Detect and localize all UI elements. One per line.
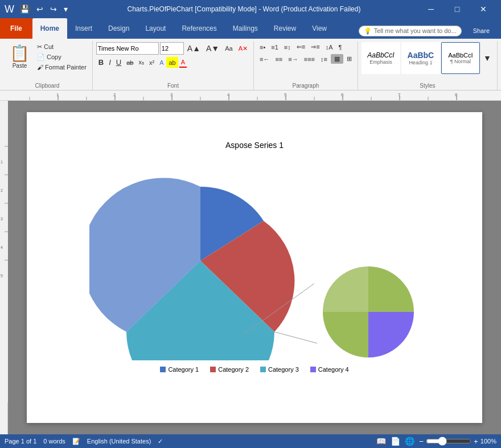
clipboard-group: 📋 Paste ✂ Cut 📄 Copy 🖌 Format Painter Cl…: [2, 41, 93, 90]
web-layout-button[interactable]: 🌐: [405, 437, 414, 446]
window-title: Charts.PieOfPieChart [Compatibility Mode…: [70, 5, 418, 13]
svg-text:4: 4: [1, 245, 3, 249]
sort-button[interactable]: ↕A: [323, 43, 335, 52]
lightbulb-icon: 💡: [364, 27, 372, 35]
bullets-button[interactable]: ≡•: [257, 43, 268, 52]
multilevel-button[interactable]: ≡↕: [282, 43, 293, 52]
style-normal[interactable]: AaBbCcI ¶ Normal: [441, 42, 480, 74]
superscript-button[interactable]: x²: [147, 57, 157, 68]
increase-indent-button[interactable]: ⇒≡: [309, 42, 322, 52]
strikethrough-button[interactable]: ab: [124, 57, 135, 68]
paragraph-label: Paragraph: [293, 81, 319, 90]
zoom-level: 100%: [481, 438, 496, 445]
document-page: Aspose Series 1: [27, 112, 482, 423]
ribbon-tabs: File Home Insert Design Layout Reference…: [0, 18, 354, 39]
redo-button[interactable]: ↪: [48, 3, 59, 15]
quick-access-dropdown[interactable]: ▾: [61, 3, 70, 15]
style-emphasis[interactable]: AaBbCcI Emphasis: [362, 42, 400, 74]
numbering-button[interactable]: ≡1: [269, 43, 281, 52]
text-effects-button[interactable]: A: [157, 57, 166, 68]
tab-file[interactable]: File: [0, 18, 32, 39]
align-center-button[interactable]: ≡≡: [273, 55, 285, 64]
status-bar: Page 1 of 1 0 words 📝 English (United St…: [0, 434, 501, 448]
language-icon: 📝: [72, 438, 80, 445]
styles-group: AaBbCcI Emphasis AaBbC Heading 1 AaBbCcI…: [358, 41, 498, 90]
legend-item-3: Category 3: [260, 366, 299, 373]
svg-text:5: 5: [284, 92, 287, 97]
font-size-input[interactable]: [160, 42, 184, 55]
tell-me-bar[interactable]: 💡 Tell me what you want to do...: [359, 26, 462, 36]
style-normal-label: ¶ Normal: [445, 59, 476, 64]
style-emphasis-preview: AaBbCcI: [366, 51, 396, 59]
svg-line-36: [274, 332, 317, 343]
read-mode-button[interactable]: 📖: [376, 437, 386, 446]
tab-insert[interactable]: Insert: [67, 18, 100, 39]
subscript-button[interactable]: x₂: [136, 57, 146, 68]
maximize-button[interactable]: □: [444, 0, 470, 18]
zoom-range-input[interactable]: [426, 437, 471, 446]
minimize-button[interactable]: ─: [418, 0, 444, 18]
vertical-ruler-svg: 1 2 3 4 5: [0, 101, 8, 402]
svg-text:1: 1: [56, 92, 59, 97]
tab-references[interactable]: References: [174, 18, 224, 39]
close-button[interactable]: ✕: [470, 0, 496, 18]
clear-format-button[interactable]: A✕: [236, 44, 250, 54]
tab-layout[interactable]: Layout: [137, 18, 174, 39]
justify-button[interactable]: ≡≡≡: [302, 55, 317, 64]
align-right-button[interactable]: ≡→: [286, 55, 300, 64]
paste-button[interactable]: 📋 Paste: [6, 42, 34, 72]
zoom-in-button[interactable]: +: [474, 437, 478, 446]
svg-text:7: 7: [398, 92, 401, 97]
ruler-content: 1 2 3 4 5 6 7 8: [0, 91, 501, 100]
borders-button[interactable]: ⊞: [344, 54, 354, 64]
paste-label: Paste: [13, 63, 27, 69]
line-spacing-button[interactable]: ↕≡: [318, 55, 330, 64]
increase-font-button[interactable]: A▲: [185, 43, 203, 54]
style-heading1-label: Heading 1: [405, 60, 436, 65]
tab-review[interactable]: Review: [266, 18, 304, 39]
legend-item-1: Category 1: [160, 366, 199, 373]
shading-button[interactable]: ▦: [331, 54, 343, 64]
styles-more-button[interactable]: ▼: [481, 52, 494, 64]
save-button[interactable]: 💾: [18, 3, 32, 15]
undo-button[interactable]: ↩: [34, 3, 46, 15]
decrease-font-button[interactable]: A▼: [204, 43, 221, 54]
font-name-input[interactable]: [96, 42, 159, 55]
show-marks-button[interactable]: ¶: [336, 43, 344, 52]
tab-mailings[interactable]: Mailings: [225, 18, 266, 39]
decrease-indent-button[interactable]: ⇐≡: [294, 42, 307, 52]
svg-text:5: 5: [1, 274, 3, 278]
font-name-row: A▲ A▼ Aa A✕: [96, 42, 250, 55]
share-button[interactable]: Share: [466, 25, 496, 36]
italic-button[interactable]: I: [106, 57, 113, 68]
format-painter-button[interactable]: 🖌 Format Painter: [35, 63, 89, 72]
legend-color-4: [310, 367, 316, 372]
ruler-svg: 1 2 3 4 5 6 7 8: [7, 91, 496, 100]
align-left-button[interactable]: ≡←: [257, 55, 272, 64]
font-color-button[interactable]: A: [179, 57, 187, 68]
tab-view[interactable]: View: [304, 18, 335, 39]
underline-button[interactable]: U: [114, 57, 124, 68]
style-normal-preview: AaBbCcI: [445, 52, 476, 59]
legend-item-2: Category 2: [210, 366, 249, 373]
word-logo-icon: W: [5, 3, 14, 15]
style-heading1[interactable]: AaBbC Heading 1: [401, 42, 440, 74]
legend-label-2: Category 2: [218, 366, 249, 373]
print-layout-button[interactable]: 📄: [391, 437, 400, 446]
window-controls: ─ □ ✕: [418, 0, 496, 18]
zoom-out-button[interactable]: −: [419, 437, 424, 446]
clipboard-label: Clipboard: [35, 81, 60, 90]
change-case-button[interactable]: Aa: [223, 44, 235, 53]
styles-label: Styles: [420, 81, 435, 90]
cut-button[interactable]: ✂ Cut: [35, 42, 89, 52]
tab-design[interactable]: Design: [100, 18, 137, 39]
text-highlight-button[interactable]: ab: [166, 57, 178, 68]
bold-button[interactable]: B: [96, 57, 106, 68]
chart-legend: Category 1 Category 2 Category 3 Categor…: [61, 366, 448, 373]
ribbon-top-right: 💡 Tell me what you want to do... Share: [354, 23, 501, 39]
zoom-slider: − + 100%: [419, 437, 496, 446]
tab-home[interactable]: Home: [32, 18, 67, 39]
document-canvas: Aspose Series 1: [8, 101, 501, 434]
svg-text:3: 3: [170, 92, 173, 97]
copy-button[interactable]: 📄 Copy: [35, 52, 89, 62]
